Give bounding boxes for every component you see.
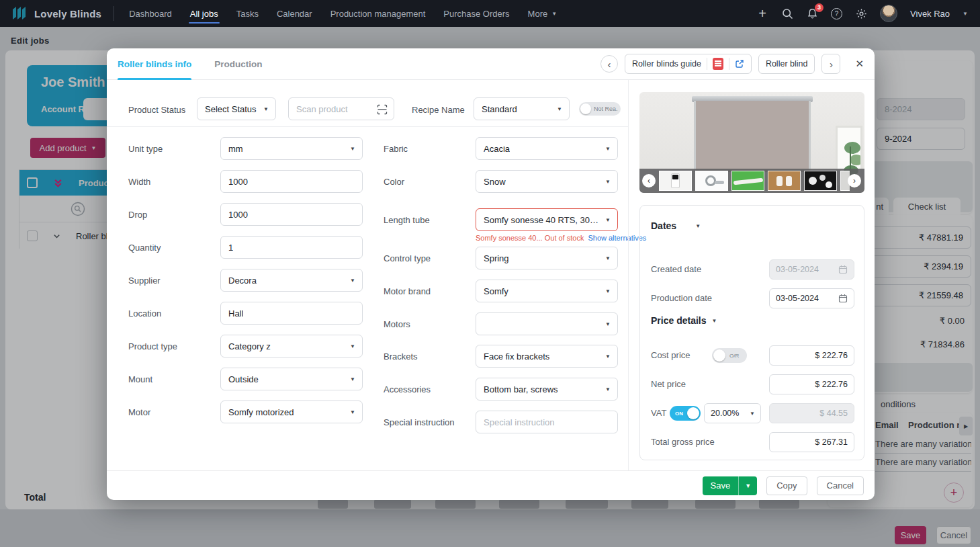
vat-toggle-label: ON	[675, 411, 683, 417]
product-status-label: Product Status	[128, 105, 185, 115]
thumbnail-mount-brackets[interactable]	[768, 171, 801, 191]
created-date-label: Created date	[651, 264, 701, 274]
special-instruction-value: Special instruction	[484, 417, 555, 427]
brackets-select[interactable]: Face fix brackets▼	[476, 345, 618, 368]
chevron-down-icon: ▼	[750, 411, 755, 417]
created-date-value: 03-05-2024	[776, 265, 819, 274]
special-instruction-input[interactable]: Special instruction	[476, 411, 618, 433]
not-ready-toggle-label: Not Rea...	[594, 106, 618, 112]
app-root: Lovely Blinds Dashboard All jobs Tasks C…	[0, 0, 980, 547]
chevron-down-icon[interactable]: ▼	[963, 11, 968, 17]
accessories-select[interactable]: Bottom bar, screws▼	[476, 378, 618, 401]
vat-toggle[interactable]: ON	[670, 406, 701, 421]
net-price-value: $ 222.76	[815, 380, 848, 389]
net-price-input[interactable]: $ 222.76	[769, 374, 854, 394]
length-tube-value: Somfy sonesse 40 RTS, 30mm t...	[484, 215, 600, 225]
nav-item-dashboard[interactable]: Dashboard	[129, 0, 172, 27]
length-tube-select[interactable]: Somfy sonesse 40 RTS, 30mm t...▼	[476, 208, 618, 231]
prev-document-button[interactable]: ‹	[600, 55, 618, 73]
chevron-down-icon: ▼	[551, 11, 557, 17]
net-price-label: Net price	[651, 379, 686, 389]
save-button[interactable]: Save	[703, 476, 739, 495]
form-field-row: Special instructionSpecial instruction	[107, 411, 628, 433]
cost-price-input[interactable]: $ 222.76	[769, 345, 854, 366]
vat-rate-select[interactable]: 20.00% ▼	[704, 403, 761, 423]
nav-item-more-label: More	[528, 9, 548, 19]
barcode-scan-icon[interactable]	[377, 104, 388, 117]
calendar-icon[interactable]	[838, 294, 848, 303]
blind-graphic	[694, 101, 811, 172]
form-field-row: Motors▼	[107, 312, 628, 335]
motor-brand-select[interactable]: Somfy▼	[476, 280, 618, 302]
tab-roller-blinds-info[interactable]: Roller blinds info	[118, 48, 191, 80]
close-icon[interactable]: ✕	[855, 58, 864, 70]
recipe-name-select[interactable]: Standard ▼	[474, 97, 570, 120]
cancel-button[interactable]: Cancel	[817, 476, 864, 495]
thumbnail-parts[interactable]	[804, 171, 837, 191]
nav-item-production-management[interactable]: Production management	[330, 0, 426, 27]
scan-product-input[interactable]: Scan product	[288, 97, 394, 120]
control-type-select[interactable]: Spring▼	[476, 247, 618, 269]
vat-rate-value: 20.00%	[711, 409, 739, 418]
chevron-down-icon: ▼	[605, 321, 611, 327]
fabric-label: Fabric	[384, 144, 408, 154]
dates-section-header[interactable]: Dates ▼	[651, 220, 701, 231]
accessories-value: Bottom bar, screws	[484, 384, 558, 394]
quick-add-icon[interactable]: +	[756, 7, 768, 19]
chevron-down-icon: ▼	[605, 255, 611, 261]
production-date-label: Production date	[651, 293, 712, 303]
thumbnail-tube[interactable]	[731, 171, 764, 191]
form-field-row: AccessoriesBottom bar, screws▼	[107, 378, 628, 401]
notification-badge: 3	[815, 3, 823, 12]
cost-override-toggle[interactable]: O/R	[712, 348, 747, 363]
fabric-select[interactable]: Acacia▼	[476, 137, 618, 160]
nav-item-calendar[interactable]: Calendar	[277, 0, 312, 27]
divider	[729, 58, 729, 70]
length-tube-label: Length tube	[384, 215, 430, 225]
thumbnail-remote[interactable]	[659, 171, 692, 191]
product-status-select[interactable]: Select Status ▼	[197, 97, 276, 120]
nav-item-tasks[interactable]: Tasks	[236, 0, 259, 27]
open-external-icon[interactable]	[735, 59, 744, 69]
scan-product-placeholder: Scan product	[296, 104, 348, 114]
thumbnails-next-button[interactable]: ›	[848, 174, 861, 187]
avatar[interactable]	[880, 5, 897, 22]
user-name: Vivek Rao	[910, 9, 950, 19]
price-details-section-header[interactable]: Price details ▼	[651, 315, 717, 326]
control-type-label: Control type	[384, 253, 431, 263]
production-date-input[interactable]: 03-05-2024	[769, 288, 854, 308]
copy-button[interactable]: Copy	[766, 476, 807, 495]
out-of-stock-error: Somfy sonesse 40... Out of stock	[476, 234, 584, 242]
color-label: Color	[384, 177, 404, 187]
nav-item-more[interactable]: More▼	[528, 0, 558, 27]
divider	[707, 58, 707, 70]
fabric-value: Acacia	[484, 144, 510, 154]
notifications-bell-icon[interactable]: 3	[806, 7, 818, 19]
brackets-label: Brackets	[384, 351, 418, 362]
chevron-down-icon: ▼	[605, 386, 611, 392]
next-document-chip[interactable]: Roller blind	[758, 54, 815, 74]
pdf-file-icon[interactable]	[713, 58, 723, 70]
special-instruction-label: Special instruction	[384, 417, 455, 427]
nav-item-purchase-orders[interactable]: Purchase Orders	[443, 0, 509, 27]
divider	[107, 126, 628, 127]
total-gross-price-input[interactable]: $ 267.31	[769, 432, 854, 452]
motors-select[interactable]: ▼	[476, 312, 618, 335]
brand-logo-icon	[12, 6, 28, 21]
help-icon[interactable]: ?	[831, 8, 842, 19]
product-image: ‹ ›	[639, 92, 864, 193]
color-select[interactable]: Snow▼	[476, 170, 618, 193]
tab-production[interactable]: Production	[214, 48, 262, 80]
next-document-button[interactable]: ›	[821, 54, 840, 74]
chevron-down-icon: ▼	[605, 217, 611, 223]
chevron-down-icon: ▼	[605, 288, 611, 294]
thumbnails-prev-button[interactable]: ‹	[642, 174, 656, 187]
gear-icon[interactable]	[855, 7, 867, 19]
save-options-chevron-button[interactable]: ▼	[738, 476, 757, 495]
thumbnail-bracket[interactable]	[695, 171, 728, 191]
total-gross-price-label: Total gross price	[651, 437, 715, 447]
search-icon[interactable]	[781, 7, 793, 19]
nav-item-all-jobs[interactable]: All jobs	[190, 0, 218, 27]
not-ready-toggle[interactable]: Not Rea...	[579, 102, 621, 116]
guide-document-chip[interactable]: Roller blinds guide	[625, 54, 752, 74]
